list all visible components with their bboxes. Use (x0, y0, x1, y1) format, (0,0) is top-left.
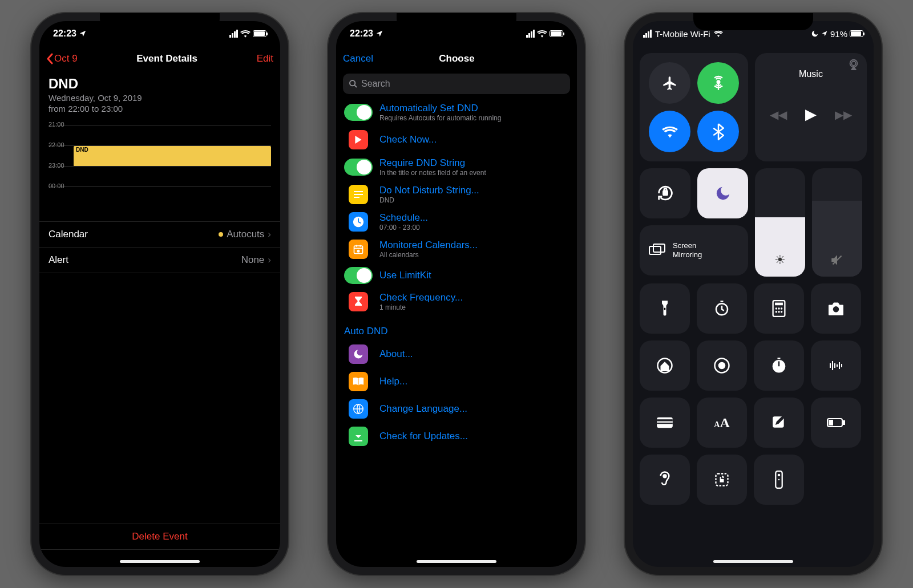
alert-row[interactable]: Alert None › (39, 248, 280, 273)
shortcut-row[interactable]: About... (336, 340, 577, 368)
stopwatch-button[interactable] (754, 340, 804, 391)
battery-icon (850, 30, 863, 37)
calculator-button[interactable] (754, 283, 804, 334)
status-time: 22:23 (350, 29, 373, 39)
shortcut-title: Use LimitKit (379, 270, 431, 281)
svg-rect-11 (664, 308, 666, 310)
delete-event-button[interactable]: Delete Event (39, 524, 280, 550)
clock-icon (349, 212, 368, 232)
toggle-on-icon[interactable] (344, 267, 373, 284)
home-indicator[interactable] (713, 560, 793, 563)
svg-rect-33 (829, 420, 833, 425)
cancel-button[interactable]: Cancel (343, 53, 373, 64)
location-arrow-icon (821, 30, 828, 37)
notes-button[interactable] (754, 398, 804, 448)
event-block[interactable]: DND (74, 146, 271, 167)
voice-memos-icon (826, 359, 846, 372)
svg-point-38 (778, 474, 781, 477)
shortcut-row[interactable]: Schedule...07:00 - 23:00 (336, 208, 577, 236)
event-title: DND (39, 71, 280, 93)
chevron-right-icon: › (268, 254, 271, 266)
wallet-button[interactable] (640, 398, 690, 448)
text-size-icon: AA (714, 415, 729, 431)
guided-access-button[interactable] (697, 455, 747, 505)
svg-point-21 (833, 306, 839, 312)
toggle-on-icon[interactable] (344, 159, 373, 176)
search-field[interactable]: Search (343, 74, 570, 94)
nav-bar: Oct 9 Event Details Edit (39, 46, 280, 71)
battery-icon (253, 30, 266, 37)
low-power-button[interactable] (811, 398, 861, 448)
wifi-button[interactable] (649, 111, 690, 152)
shortcut-row[interactable]: Monitored Calendars...All calendars (336, 236, 577, 263)
shortcut-subtitle: In the title or notes field of an event (379, 169, 486, 177)
shortcut-title: Check Frequency... (379, 292, 463, 303)
calendar-row[interactable]: Calendar Autocuts › (39, 221, 280, 248)
text-size-button[interactable]: AA (697, 398, 747, 448)
shortcut-title: Require DND String (379, 157, 486, 169)
home-icon (656, 357, 673, 374)
svg-point-18 (775, 311, 777, 313)
svg-rect-32 (843, 421, 845, 424)
svg-point-24 (719, 363, 725, 368)
screen-mirroring-button[interactable]: ScreenMirroring (640, 225, 748, 275)
brightness-icon: ☀ (774, 253, 786, 267)
cellular-data-button[interactable] (697, 62, 739, 104)
prev-track-button[interactable]: ◀◀ (770, 108, 787, 121)
connectivity-module (640, 53, 748, 161)
flashlight-button[interactable] (640, 283, 690, 334)
brightness-slider[interactable]: ☀ (755, 168, 805, 277)
calendar-icon (349, 240, 368, 259)
moon-icon (811, 30, 819, 38)
shortcut-row[interactable]: Check Now... (336, 126, 577, 153)
shortcut-row[interactable]: Automatically Set DNDRequires Autocuts f… (336, 99, 577, 126)
remote-icon (775, 471, 783, 489)
home-indicator[interactable] (417, 560, 496, 563)
do-not-disturb-button[interactable] (697, 168, 748, 218)
shortcut-title: Monitored Calendars... (379, 240, 478, 251)
antenna-icon (710, 75, 726, 91)
shortcut-row[interactable]: Check Frequency...1 minute (336, 288, 577, 315)
timer-button[interactable] (697, 283, 747, 334)
shortcut-row[interactable]: Do Not Disturb String...DND (336, 181, 577, 208)
edit-button[interactable]: Edit (257, 53, 273, 64)
hourglass-icon (349, 292, 368, 311)
svg-rect-8 (663, 191, 667, 195)
bluetooth-button[interactable] (697, 111, 739, 152)
shortcut-title: Change Language... (379, 403, 467, 415)
camera-button[interactable] (811, 283, 861, 334)
media-module[interactable]: Music ◀◀ ▶ ▶▶ (755, 53, 867, 161)
orientation-lock-button[interactable] (640, 168, 690, 218)
lock-rotate-icon (656, 184, 675, 203)
play-button[interactable]: ▶ (805, 106, 817, 123)
svg-point-34 (664, 475, 666, 477)
moon-icon (349, 344, 368, 364)
volume-slider[interactable] (812, 168, 862, 277)
voice-memos-button[interactable] (811, 340, 861, 391)
shortcut-subtitle: Requires Autocuts for automatic running (379, 114, 501, 122)
home-button[interactable] (640, 340, 690, 391)
svg-rect-28 (657, 419, 673, 421)
home-indicator[interactable] (120, 560, 200, 563)
svg-point-16 (778, 307, 779, 309)
next-track-button[interactable]: ▶▶ (835, 108, 852, 121)
shortcut-row[interactable]: Change Language... (336, 395, 577, 423)
wifi-icon (714, 30, 723, 37)
media-title: Music (799, 69, 823, 79)
calendar-color-dot (219, 232, 223, 237)
status-time: 22:23 (53, 29, 76, 39)
battery-icon (550, 30, 563, 37)
hearing-button[interactable] (640, 455, 690, 505)
toggle-on-icon[interactable] (344, 104, 373, 121)
back-button[interactable]: Oct 9 (46, 53, 78, 64)
record-button[interactable] (697, 340, 747, 391)
svg-point-15 (775, 307, 777, 309)
shortcut-row[interactable]: Check for Updates... (336, 423, 577, 450)
airplay-icon (847, 59, 860, 70)
shortcut-row[interactable]: Require DND StringIn the title or notes … (336, 153, 577, 181)
airplane-mode-button[interactable] (649, 62, 690, 104)
signal-icon (643, 30, 652, 38)
remote-button[interactable] (754, 455, 804, 505)
shortcut-row[interactable]: Use LimitKit (336, 263, 577, 288)
shortcut-row[interactable]: Help... (336, 368, 577, 395)
